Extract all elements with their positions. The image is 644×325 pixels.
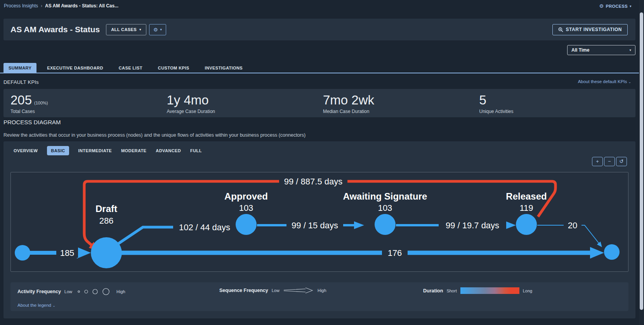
about-default-kpis-link[interactable]: About these default KPIs ⌄ — [578, 79, 631, 84]
edge-released-to-draft-rework[interactable] — [84, 181, 555, 246]
legend-activity-high: High — [116, 289, 125, 294]
detail-tab-moderate[interactable]: MODERATE — [121, 146, 146, 155]
about-legend-label: About the legend — [17, 303, 51, 308]
draft-node-label: Draft — [95, 203, 117, 214]
process-menu-button[interactable]: ⚙ PROCESS ▾ — [599, 3, 632, 9]
released-node[interactable] — [516, 214, 537, 235]
time-filter-select[interactable]: All Time ▾ — [567, 45, 635, 55]
detail-tab-full[interactable]: FULL — [190, 146, 202, 155]
legend-duration-label: Duration — [423, 288, 443, 294]
legend-duration-long: Long — [523, 289, 532, 293]
default-kpis-header-row: DEFAULT KPIs About these default KPIs ⌄ — [3, 78, 635, 86]
sequence-frequency-arrow-icon — [283, 287, 314, 294]
edge-label-start-to-draft: 185 — [60, 248, 75, 258]
awaiting-signature-node-label: Awaiting Signature — [343, 191, 427, 202]
settings-dropdown-button[interactable]: ⚙ ▾ — [149, 24, 166, 35]
chevron-down-icon: ⌄ — [628, 80, 631, 84]
kpi-average-duration: 1y 4mo Average Case Duration — [167, 94, 323, 117]
awaiting-signature-node[interactable] — [375, 214, 396, 235]
diagram-zoom-controls: + − ↺ — [592, 157, 627, 166]
header-card: AS AM Awards - Status ALL CASES ▾ ⚙ ▾ ST… — [3, 19, 635, 40]
approved-node-count: 103 — [239, 203, 253, 213]
kpi-value: 7mo 2wk — [323, 94, 479, 107]
draft-node[interactable] — [91, 237, 122, 268]
breadcrumb-link-process-insights[interactable]: Process Insights — [4, 3, 38, 9]
process-diagram-canvas[interactable]: 185 176 102 / 44 days 99 / 15 days 99 / … — [10, 172, 628, 272]
kpi-median-duration: 7mo 2wk Median Case Duration — [323, 94, 479, 117]
tab-custom-kpis[interactable]: CUSTOM KPIS — [153, 63, 194, 73]
edge-label-draft-to-end: 176 — [388, 248, 402, 258]
zoom-out-button[interactable]: − — [604, 157, 615, 166]
detail-tab-overview[interactable]: OVERVIEW — [14, 146, 38, 155]
search-plus-icon — [558, 27, 563, 32]
scrollbar-track[interactable] — [639, 0, 644, 325]
chevron-down-icon: ▾ — [630, 4, 632, 8]
legend-activity-frequency: Activity Frequency Low High — [17, 287, 125, 296]
chevron-down-icon: ▾ — [139, 28, 141, 31]
breadcrumb-current: AS AM Awards - Status: All Cas... — [45, 3, 118, 9]
kpi-value: 1y 4mo — [167, 94, 323, 107]
scrollbar-thumb[interactable] — [640, 12, 643, 310]
start-investigation-button[interactable]: START INVESTIGATION — [552, 24, 628, 35]
kpi-unique-activities: 5 Unique Activities — [479, 94, 636, 117]
tab-investigations[interactable]: INVESTIGATIONS — [200, 63, 248, 73]
edge-label-draft-to-approved: 102 / 44 days — [179, 222, 230, 232]
detail-tab-advanced[interactable]: ADVANCED — [156, 146, 181, 155]
draft-node-count: 286 — [99, 216, 114, 226]
legend-sequence-label: Sequence Frequency — [219, 288, 268, 293]
edge-label-released-to-draft-rework: 99 / 887.5 days — [284, 177, 342, 186]
page-title: AS AM Awards - Status — [10, 25, 100, 34]
gear-icon: ⚙ — [153, 27, 158, 33]
kpi-value: 205(100%) — [10, 94, 167, 107]
edge-label-awaiting-to-released: 99 / 19.7 days — [446, 221, 499, 230]
approved-node[interactable] — [236, 214, 257, 235]
all-cases-label: ALL CASES — [111, 27, 137, 32]
kpi-label: Average Case Duration — [167, 109, 323, 114]
diagram-legend: Activity Frequency Low High Sequence Fre… — [10, 282, 628, 311]
tab-summary[interactable]: SUMMARY — [3, 63, 36, 73]
legend-duration-short: Short — [446, 289, 457, 293]
diagram-detail-tabs: OVERVIEW BASIC INTERMEDIATE MODERATE ADV… — [14, 146, 202, 155]
process-menu-label: PROCESS — [606, 4, 628, 9]
zoom-reset-button[interactable]: ↺ — [616, 157, 627, 166]
end-node[interactable] — [604, 244, 620, 260]
kpi-value: 5 — [479, 94, 636, 107]
tab-case-list[interactable]: CASE LIST — [114, 63, 148, 73]
process-diagram-card: OVERVIEW BASIC INTERMEDIATE MODERATE ADV… — [3, 141, 635, 318]
kpi-label: Total Cases — [10, 109, 167, 114]
time-filter-value: All Time — [571, 47, 629, 53]
start-node[interactable] — [15, 245, 30, 261]
main-tab-bar: SUMMARY EXECUTIVE DASHBOARD CASE LIST CU… — [0, 63, 639, 73]
legend-duration: Duration Short Long — [423, 287, 532, 294]
all-cases-dropdown[interactable]: ALL CASES ▾ — [106, 24, 146, 35]
zoom-in-button[interactable]: + — [592, 157, 603, 166]
process-diagram-description: Review the activities that occur in your… — [3, 132, 306, 138]
awaiting-signature-node-count: 103 — [378, 203, 392, 213]
detail-tab-intermediate[interactable]: INTERMEDIATE — [78, 146, 112, 155]
legend-activity-label: Activity Frequency — [17, 289, 61, 294]
edge-label-approved-to-awaiting: 99 / 15 days — [292, 221, 338, 230]
about-default-kpis-label: About these default KPIs — [578, 79, 627, 84]
breadcrumb-separator-icon: › — [41, 3, 42, 9]
tab-executive-dashboard[interactable]: EXECUTIVE DASHBOARD — [42, 63, 108, 73]
legend-sequence-low: Low — [272, 288, 279, 293]
released-node-label: Released — [506, 191, 547, 202]
legend-sequence-high: High — [318, 288, 326, 293]
default-kpis-heading: DEFAULT KPIs — [3, 79, 39, 85]
process-diagram-heading: PROCESS DIAGRAM — [3, 119, 61, 125]
approved-node-label: Approved — [224, 191, 268, 202]
edge-label-released-to-end: 20 — [568, 221, 577, 230]
released-node-count: 119 — [519, 203, 533, 213]
gear-icon: ⚙ — [599, 3, 604, 9]
about-legend-link[interactable]: About the legend ⌄ — [17, 303, 56, 308]
kpi-total-cases: 205(100%) Total Cases — [10, 94, 167, 117]
kpi-number: 205 — [10, 93, 32, 107]
kpi-label: Unique Activities — [479, 109, 636, 114]
legend-sequence-frequency: Sequence Frequency Low High — [219, 287, 326, 294]
activity-frequency-scale-icon — [76, 287, 113, 296]
default-kpis-card: 205(100%) Total Cases 1y 4mo Average Cas… — [3, 89, 635, 117]
chevron-down-icon: ▾ — [160, 28, 162, 31]
legend-activity-low: Low — [64, 289, 72, 294]
chevron-down-icon: ⌄ — [52, 304, 56, 308]
detail-tab-basic[interactable]: BASIC — [47, 146, 69, 155]
